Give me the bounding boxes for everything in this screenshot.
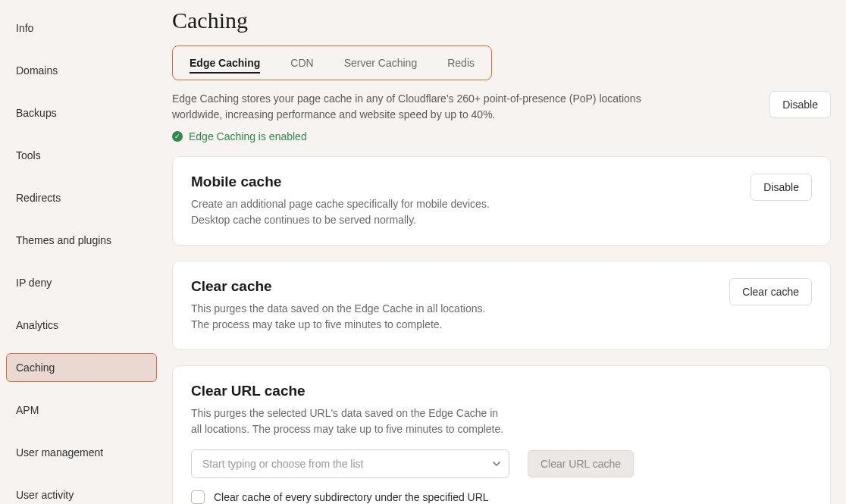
url-combobox[interactable] [191, 449, 509, 478]
clear-url-cache-description: This purges the selected URL's data save… [191, 405, 812, 437]
clear-url-cache-title: Clear URL cache [191, 383, 812, 399]
sidebar-item-user-management[interactable]: User management [6, 438, 157, 467]
sidebar-item-tools[interactable]: Tools [6, 141, 157, 170]
edge-caching-description: Edge Caching stores your page cache in a… [172, 91, 642, 123]
mobile-cache-card: Mobile cache Create an additional page c… [172, 156, 831, 246]
sidebar-item-redirects[interactable]: Redirects [6, 183, 157, 212]
tab-cdn[interactable]: CDN [275, 46, 328, 80]
clear-cache-button[interactable]: Clear cache [729, 278, 812, 305]
edge-caching-status: ✓ Edge Caching is enabled [172, 130, 831, 142]
mobile-cache-title: Mobile cache [191, 174, 490, 190]
check-circle-icon: ✓ [172, 131, 183, 142]
sidebar-item-caching[interactable]: Caching [6, 353, 157, 382]
edge-caching-disable-button[interactable]: Disable [769, 91, 831, 118]
clear-cache-card: Clear cache This purges the data saved o… [172, 261, 831, 350]
clear-url-cache-card: Clear URL cache This purges the selected… [172, 365, 831, 504]
tab-redis[interactable]: Redis [432, 46, 490, 80]
sidebar-item-backups[interactable]: Backups [6, 99, 157, 127]
clear-cache-description: This purges the data saved on the Edge C… [191, 301, 485, 333]
main-content: Caching Edge Caching CDN Server Caching … [163, 0, 846, 504]
tabs-container: Edge Caching CDN Server Caching Redis [172, 45, 492, 80]
sidebar-item-apm[interactable]: APM [6, 396, 157, 424]
tab-edge-caching[interactable]: Edge Caching [174, 46, 275, 80]
url-input[interactable] [191, 449, 509, 478]
subdirectory-checkbox-label: Clear cache of every subdirectory under … [214, 491, 489, 503]
status-text: Edge Caching is enabled [189, 130, 307, 142]
sidebar-item-user-activity[interactable]: User activity [6, 481, 157, 504]
clear-url-cache-button[interactable]: Clear URL cache [528, 450, 634, 477]
mobile-cache-description: Create an additional page cache specific… [191, 196, 490, 228]
sidebar-item-domains[interactable]: Domains [6, 56, 157, 85]
page-title: Caching [172, 8, 831, 33]
sidebar-item-analytics[interactable]: Analytics [6, 311, 157, 340]
mobile-cache-disable-button[interactable]: Disable [750, 174, 812, 201]
sidebar: Info Domains Backups Tools Redirects The… [0, 0, 163, 504]
sidebar-item-ip-deny[interactable]: IP deny [6, 268, 157, 297]
tab-server-caching[interactable]: Server Caching [329, 46, 433, 80]
sidebar-item-info[interactable]: Info [6, 14, 157, 42]
clear-cache-title: Clear cache [191, 278, 485, 295]
subdirectory-checkbox[interactable] [191, 490, 205, 504]
sidebar-item-themes-plugins[interactable]: Themes and plugins [6, 226, 157, 255]
